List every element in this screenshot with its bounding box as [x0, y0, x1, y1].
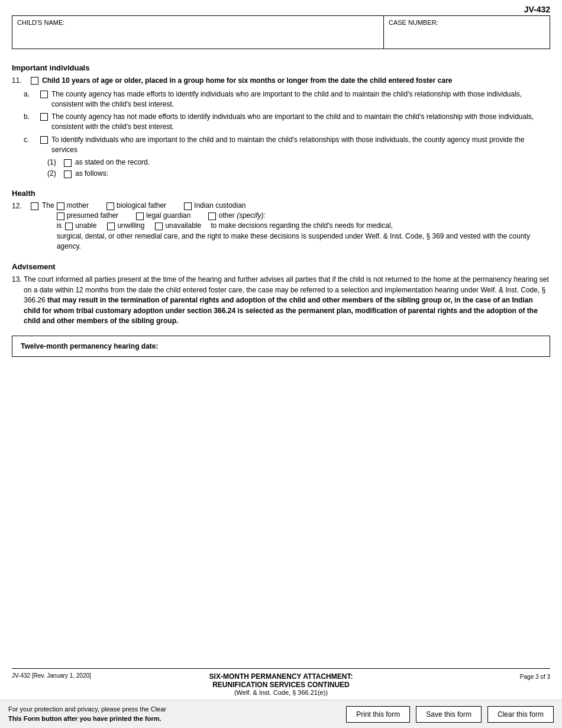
- item-11b-label: b.: [24, 112, 40, 121]
- item-11a-row: a. The county agency has made efforts to…: [24, 89, 550, 109]
- footer-center-title: SIX-MONTH PERMANENCY ATTACHMENT:: [147, 672, 416, 681]
- item-11-text-bold: Child 10 years of age or older, placed i…: [42, 76, 452, 85]
- form-number: JV-432: [524, 5, 550, 14]
- case-number-box: CASE NUMBER:: [384, 16, 550, 49]
- item-12-biofath-label: biological father: [117, 201, 166, 210]
- bottom-bar: For your protection and privacy, please …: [0, 700, 562, 728]
- child-name-box: CHILD'S NAME:: [12, 16, 384, 49]
- important-individuals-title: Important individuals: [12, 63, 550, 72]
- item-11c1-checkbox[interactable]: [64, 159, 72, 167]
- item-11c-checkbox[interactable]: [40, 136, 48, 144]
- privacy-text-line2: This Form button after you have printed …: [8, 715, 162, 722]
- item-12-mother-label: mother: [67, 201, 89, 210]
- item-12-is-label: is: [57, 221, 62, 230]
- item-11-checkbox[interactable]: [31, 77, 38, 85]
- item-11c-label: c.: [24, 135, 40, 144]
- hearing-date-label: Twelve-month permanency hearing date:: [21, 342, 159, 350]
- item-12-checkbox[interactable]: [31, 202, 38, 210]
- item-11c2-label: (2): [47, 169, 64, 178]
- footer-center: SIX-MONTH PERMANENCY ATTACHMENT: REUNIFI…: [147, 672, 416, 696]
- item-12-mother-checkbox[interactable]: [57, 202, 64, 210]
- item-12-indian-label: Indian custodian: [194, 201, 246, 210]
- item-11a-checkbox[interactable]: [40, 91, 48, 98]
- item-12-the-label: The: [42, 201, 54, 210]
- item-12-mother-cell: mother: [57, 201, 89, 210]
- item-12-presfath-cell: presumed father: [57, 211, 118, 220]
- item-12-biofath-cell: biological father: [106, 201, 166, 210]
- item-12-options-row2: presumed father legal guardian other (sp…: [57, 211, 550, 220]
- item-13-text: The court informed all parties present a…: [24, 275, 550, 326]
- save-button[interactable]: Save this form: [416, 706, 482, 723]
- privacy-text-line1: For your protection and privacy, please …: [8, 706, 166, 713]
- item-11c1-text: as stated on the record.: [75, 158, 150, 166]
- main-content: Important individuals 11. Child 10 years…: [0, 49, 562, 668]
- item-11-row: 11. Child 10 years of age or older, plac…: [12, 76, 550, 86]
- hearing-date-box: Twelve-month permanency hearing date:: [12, 336, 550, 357]
- bottom-bar-privacy-text: For your protection and privacy, please …: [8, 705, 340, 723]
- item-12-presfath-checkbox[interactable]: [57, 212, 64, 220]
- item-12-unable-checkbox[interactable]: [65, 223, 73, 230]
- page: JV-432 CHILD'S NAME: CASE NUMBER: Import…: [0, 0, 562, 728]
- item-12-other-cell: other (specify):: [208, 211, 265, 220]
- item-12-body-text: surgical, dental, or other remedial care…: [57, 231, 550, 252]
- footer-right: Page 3 of 3: [416, 672, 551, 681]
- advisement-title: Advisement: [12, 262, 550, 271]
- item-11c-row: c. To identify individuals who are impor…: [24, 135, 550, 155]
- item-13-row: 13. The court informed all parties prese…: [12, 275, 550, 326]
- item-12-indian-cell: Indian custodian: [184, 201, 246, 210]
- item-11b-text: The county agency has not made efforts t…: [51, 112, 550, 132]
- item-12-legalguard-cell: legal guardian: [136, 211, 190, 220]
- item-12-unwilling-label: unwilling: [117, 221, 144, 230]
- item-11b-checkbox[interactable]: [40, 113, 48, 121]
- item-12-number: 12.: [12, 201, 31, 210]
- item-12-unable-label: unable: [75, 221, 96, 230]
- item-12-presfath-label: presumed father: [67, 211, 118, 220]
- name-case-row: CHILD'S NAME: CASE NUMBER:: [12, 15, 550, 49]
- child-name-label: CHILD'S NAME:: [17, 19, 64, 26]
- item-12-legalguard-checkbox[interactable]: [136, 212, 144, 220]
- item-11c1-row: (1) as stated on the record.: [47, 158, 550, 167]
- item-11-text: Child 10 years of age or older, placed i…: [42, 76, 550, 86]
- item-12-indian-checkbox[interactable]: [184, 202, 192, 210]
- item-11c-text: To identify individuals who are importan…: [51, 135, 550, 155]
- footer-bar: JV-432 [Rev. January 1, 2020] SIX-MONTH …: [12, 668, 550, 700]
- item-12-biofath-checkbox[interactable]: [106, 202, 114, 210]
- item-11c1-label: (1): [47, 158, 64, 166]
- footer-center-code: (Welf. & Inst. Code, § 366.21(e)): [147, 689, 416, 696]
- item-12-other-checkbox[interactable]: [208, 212, 216, 220]
- item-11a-label: a.: [24, 89, 40, 98]
- item-12-container: 12. The mother biological father: [12, 201, 550, 252]
- item-12-unable-cell: unable: [65, 221, 96, 230]
- footer-center-subtitle: REUNIFICATION SERVICES CONTINUED: [147, 681, 416, 689]
- item-12-unavailable-checkbox[interactable]: [155, 223, 163, 230]
- print-button[interactable]: Print this form: [346, 706, 410, 723]
- footer-page-text: Page 3 of 3: [520, 674, 550, 680]
- item-12-grid: mother biological father Indian custodia…: [57, 201, 550, 252]
- item-12-legalguard-label: legal guardian: [146, 211, 190, 220]
- item-11c2-checkbox[interactable]: [64, 170, 72, 178]
- item-12-options-row1: mother biological father Indian custodia…: [57, 201, 550, 210]
- item-12-suffix-text: to make decisions regarding the child's …: [211, 221, 393, 230]
- item-12-options-row3: is unable unwilling unavailable to make …: [57, 221, 550, 230]
- item-11c2-row: (2) as follows:: [47, 169, 550, 178]
- clear-button[interactable]: Clear this form: [487, 706, 554, 723]
- item-13-bold-text: that may result in the termination of pa…: [24, 296, 538, 325]
- health-title: Health: [12, 189, 550, 198]
- header-row: JV-432: [0, 0, 562, 15]
- item-12-unavailable-cell: unavailable: [155, 221, 201, 230]
- item-11-number: 11.: [12, 76, 31, 85]
- item-11c2-text: as follows:: [75, 169, 108, 178]
- item-12-other-label: other (specify):: [218, 211, 265, 220]
- item-13-number: 13.: [12, 275, 24, 284]
- footer-left: JV-432 [Rev. January 1, 2020]: [12, 672, 147, 679]
- item-11a-text: The county agency has made efforts to id…: [51, 89, 550, 109]
- item-12-unwilling-cell: unwilling: [107, 221, 144, 230]
- item-12-unwilling-checkbox[interactable]: [107, 223, 115, 230]
- case-number-label: CASE NUMBER:: [389, 19, 438, 26]
- item-11b-row: b. The county agency has not made effort…: [24, 112, 550, 132]
- item-12-unavailable-label: unavailable: [165, 221, 201, 230]
- footer-left-text: JV-432 [Rev. January 1, 2020]: [12, 672, 147, 679]
